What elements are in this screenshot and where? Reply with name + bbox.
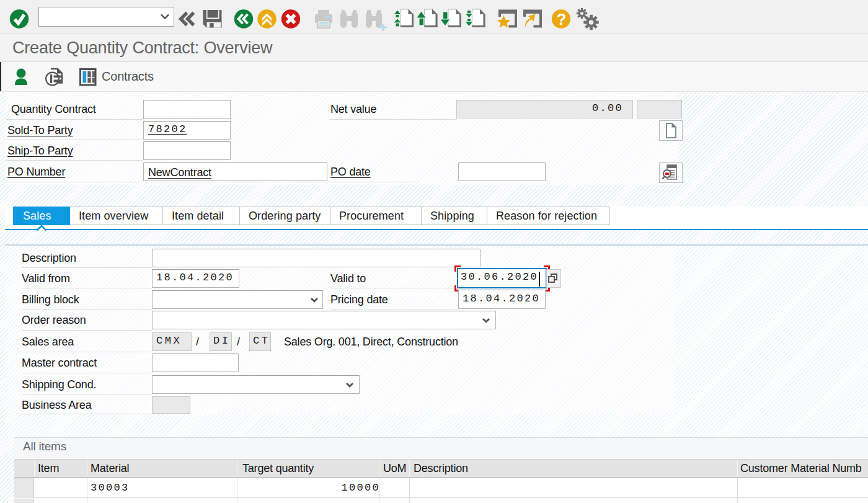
svg-text:?: ?: [557, 10, 567, 29]
